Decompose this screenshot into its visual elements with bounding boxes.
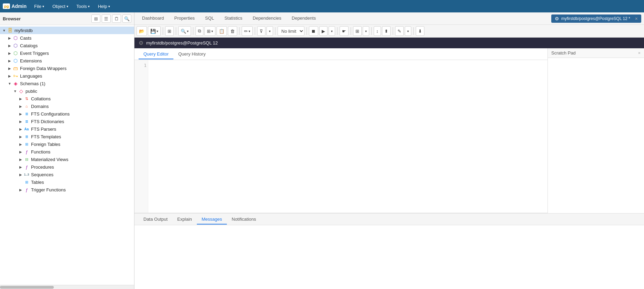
tab-sql[interactable]: SQL bbox=[200, 13, 219, 23]
find-btn[interactable]: 🔍▾ bbox=[178, 26, 191, 36]
close-scratch-pad-btn[interactable]: × bbox=[638, 50, 641, 56]
tree-item-casts[interactable]: ▶ ⬡ Casts bbox=[0, 34, 134, 42]
browser-search-btn[interactable]: 🔍 bbox=[122, 14, 131, 23]
hand-btn[interactable]: ☛ bbox=[340, 26, 349, 36]
sort-desc-btn[interactable]: ⬍ bbox=[382, 26, 391, 36]
tree-item-domains[interactable]: ▶ ⌂ Domains bbox=[0, 102, 134, 110]
tree-item-procedures[interactable]: ▶ ƒ Procedures bbox=[0, 163, 134, 171]
tree-item-fts-configs[interactable]: ▶ ≣ FTS Configurations bbox=[0, 110, 134, 118]
toggle-icon[interactable]: ▶ bbox=[7, 50, 12, 56]
tree-label: Materialized Views bbox=[31, 157, 68, 162]
menu-file[interactable]: File ▾ bbox=[31, 2, 48, 10]
tree-item-fts-parsers[interactable]: ▶ Aa FTS Parsers bbox=[0, 125, 134, 133]
tab-query-editor[interactable]: Query Editor bbox=[139, 49, 173, 59]
tree-item-functions[interactable]: ▶ ƒ Functions bbox=[0, 148, 134, 156]
delete-btn[interactable]: 🗑 bbox=[228, 26, 237, 36]
toggle-icon[interactable]: ▶ bbox=[18, 172, 23, 177]
browser-properties-btn[interactable]: 🗒 bbox=[112, 14, 121, 23]
toggle-icon[interactable]: ▶ bbox=[18, 134, 23, 139]
tree-item-trigger-functions[interactable]: ▶ ƒ Trigger Functions bbox=[0, 186, 134, 193]
mat-view-icon: ⊟ bbox=[23, 156, 30, 162]
stop-btn[interactable]: ⏹ bbox=[309, 26, 318, 36]
tree-item-myfirstdb[interactable]: ▼ 🗄 myfirstdb bbox=[0, 27, 134, 34]
format-btn[interactable]: ✎ bbox=[395, 26, 404, 36]
tree-item-collations[interactable]: ▶ ⇅ Collations bbox=[0, 95, 134, 102]
toggle-icon[interactable]: ▼ bbox=[1, 28, 7, 33]
tree-item-schemas[interactable]: ▼ ◈ Schemas (1) bbox=[0, 80, 134, 87]
tree-item-tables[interactable]: ⊞ Tables bbox=[0, 178, 134, 186]
save-btn[interactable]: 💾▾ bbox=[148, 26, 161, 36]
tree-item-fts-dicts[interactable]: ▶ ≣ FTS Dictionaries bbox=[0, 118, 134, 125]
tree-item-public[interactable]: ▼ ◇ public bbox=[0, 87, 134, 95]
tree-item-fts-templates[interactable]: ▶ ≣ FTS Templates bbox=[0, 133, 134, 140]
sequence-icon: 1..3 bbox=[23, 171, 30, 178]
toggle-icon bbox=[18, 179, 23, 185]
toggle-icon[interactable]: ▼ bbox=[7, 81, 12, 86]
column-display-opts-btn[interactable]: ▾ bbox=[363, 26, 369, 36]
toggle-icon[interactable]: ▶ bbox=[7, 43, 12, 48]
tree-item-mat-views[interactable]: ▶ ⊟ Materialized Views bbox=[0, 156, 134, 163]
edit-btn[interactable]: ✏▾ bbox=[242, 26, 253, 36]
menu-tools[interactable]: Tools ▾ bbox=[73, 2, 93, 10]
toggle-icon[interactable]: ▶ bbox=[7, 58, 12, 63]
browser-grid-btn[interactable]: ⊞ bbox=[91, 14, 100, 23]
tree-item-catalogs[interactable]: ▶ ⬡ Catalogs bbox=[0, 42, 134, 49]
run-opts-btn[interactable]: ▾ bbox=[329, 26, 335, 36]
filter-btn[interactable]: ⊽ bbox=[257, 26, 265, 36]
toggle-icon[interactable]: ▶ bbox=[18, 187, 23, 192]
column-display-btn[interactable]: ⊞ bbox=[353, 26, 362, 36]
tab-dependencies[interactable]: Dependencies bbox=[248, 13, 286, 23]
menu-object[interactable]: Object ▾ bbox=[49, 2, 72, 10]
paste-icon: 📋 bbox=[219, 29, 224, 34]
tab-messages[interactable]: Messages bbox=[197, 215, 227, 225]
filter-opts-btn[interactable]: ▾ bbox=[266, 26, 273, 36]
toggle-icon[interactable]: ▶ bbox=[7, 35, 12, 41]
copy-btn[interactable]: ⧉ bbox=[195, 26, 203, 36]
tab-data-output[interactable]: Data Output bbox=[139, 215, 172, 225]
fdw-icon: 🗃 bbox=[12, 65, 19, 71]
paste-btn[interactable]: 📋 bbox=[217, 26, 227, 36]
tree-item-foreign-tables[interactable]: ▶ ⊞ Foreign Tables bbox=[0, 140, 134, 148]
query-input[interactable] bbox=[148, 60, 547, 213]
tab-dependents[interactable]: Dependents bbox=[287, 13, 321, 23]
tree-item-event-triggers[interactable]: ▶ ⬡ Event Triggers bbox=[0, 49, 134, 57]
query-editor-tabs: Query Editor Query History bbox=[134, 48, 547, 60]
toggle-icon[interactable]: ▶ bbox=[18, 119, 23, 124]
tab-explain[interactable]: Explain bbox=[172, 215, 197, 225]
toggle-icon[interactable]: ▶ bbox=[18, 149, 23, 155]
tab-dashboard[interactable]: Dashboard bbox=[137, 13, 169, 23]
toggle-icon[interactable]: ▶ bbox=[7, 66, 12, 71]
tree-item-sequences[interactable]: ▶ 1..3 Sequences bbox=[0, 171, 134, 178]
tree-item-languages[interactable]: ▶ 🗝 Languages bbox=[0, 72, 134, 80]
toggle-icon[interactable]: ▶ bbox=[18, 96, 23, 101]
tree-item-fdw[interactable]: ▶ 🗃 Foreign Data Wrappers bbox=[0, 64, 134, 72]
tab-query-history[interactable]: Query History bbox=[173, 49, 210, 59]
run-btn[interactable]: ▶ bbox=[319, 26, 328, 36]
close-query-tab-btn[interactable]: × bbox=[635, 16, 638, 21]
tab-properties[interactable]: Properties bbox=[170, 13, 200, 23]
copy-rows-btn[interactable]: ⊞▾ bbox=[204, 26, 215, 36]
menu-help[interactable]: Help ▾ bbox=[94, 2, 113, 10]
grid-view-btn[interactable]: ⊞ bbox=[165, 26, 174, 36]
toggle-icon[interactable]: ▶ bbox=[18, 111, 23, 117]
browser-scrollbar[interactable] bbox=[0, 285, 134, 289]
tree-item-extensions[interactable]: ▶ ⬡ Extensions bbox=[0, 57, 134, 64]
open-file-btn[interactable]: 📂 bbox=[137, 26, 147, 36]
fts-parser-icon: Aa bbox=[23, 126, 30, 132]
active-query-tab[interactable]: ⚙ myfirstdb/postgres@PostgreSQL 12 * × bbox=[551, 14, 641, 23]
download-btn[interactable]: ⬇ bbox=[416, 26, 424, 36]
tab-statistics[interactable]: Statistics bbox=[220, 13, 247, 23]
toggle-icon[interactable]: ▶ bbox=[18, 141, 23, 147]
toggle-icon[interactable]: ▶ bbox=[18, 157, 23, 162]
browser-table-btn[interactable]: ☰ bbox=[102, 14, 111, 23]
tab-notifications[interactable]: Notifications bbox=[227, 215, 261, 225]
line-number: 1 bbox=[136, 63, 147, 68]
toggle-icon[interactable]: ▶ bbox=[18, 103, 23, 109]
sort-asc-btn[interactable]: ↕ bbox=[374, 26, 381, 36]
toggle-icon[interactable]: ▼ bbox=[12, 88, 18, 94]
format-opts-btn[interactable]: ▾ bbox=[405, 26, 411, 36]
toggle-icon[interactable]: ▶ bbox=[18, 126, 23, 132]
toggle-icon[interactable]: ▶ bbox=[7, 73, 12, 79]
toggle-icon[interactable]: ▶ bbox=[18, 164, 23, 170]
row-limit-select[interactable]: No limit bbox=[278, 26, 304, 36]
